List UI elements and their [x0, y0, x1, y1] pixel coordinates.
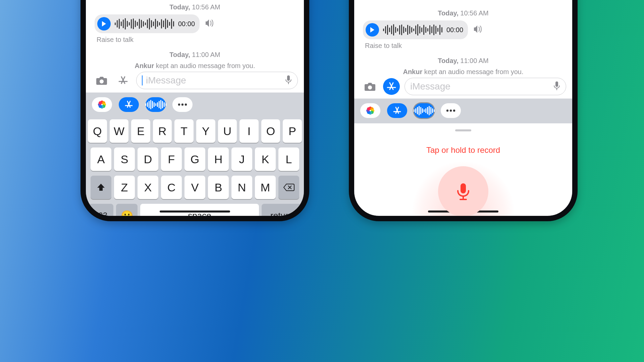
voice-duration: 00:00 [178, 20, 195, 28]
record-button[interactable] [438, 166, 488, 217]
key-n[interactable]: N [231, 176, 252, 199]
key-m[interactable]: M [255, 176, 276, 199]
key-t[interactable]: T [174, 119, 194, 143]
svg-rect-20 [555, 81, 558, 87]
timestamp-2: Today, 11:00 AM [86, 51, 304, 59]
timestamp-1: Today, 10:56 AM [354, 9, 572, 17]
svg-point-32 [453, 110, 455, 112]
svg-point-12 [181, 104, 183, 106]
svg-rect-1 [287, 75, 290, 81]
photos-app-chip[interactable] [92, 97, 112, 112]
key-l[interactable]: L [278, 147, 299, 171]
more-chip[interactable] [441, 103, 461, 118]
voice-message-bubble: 00:00 [363, 20, 468, 39]
svg-point-19 [368, 85, 372, 89]
timestamp-1: Today, 10:56 AM [86, 3, 304, 11]
key-r[interactable]: R [153, 119, 172, 143]
app-strip [354, 99, 572, 123]
svg-point-30 [446, 110, 448, 112]
svg-point-31 [450, 110, 452, 112]
svg-point-0 [100, 79, 104, 83]
waveform [383, 23, 442, 37]
play-button[interactable] [97, 17, 111, 31]
phone-right: Today, 10:56 AM 00:00 Raise to talk Toda… [349, 0, 578, 221]
key-e[interactable]: E [131, 119, 150, 143]
panel-grabber[interactable] [455, 129, 471, 131]
shift-key[interactable] [91, 176, 111, 199]
appstore-apps-button[interactable] [115, 72, 131, 89]
key-u[interactable]: U [218, 119, 237, 143]
svg-point-10 [99, 101, 102, 105]
raise-to-talk-label: Raise to talk [354, 42, 572, 50]
appstore-chip[interactable] [387, 103, 407, 118]
key-h[interactable]: H [208, 147, 229, 171]
raise-to-talk-label: Raise to talk [86, 36, 304, 44]
text-caret [142, 75, 143, 85]
dictation-icon[interactable] [553, 81, 560, 92]
key-x[interactable]: X [138, 176, 158, 199]
key-f[interactable]: F [161, 147, 182, 171]
camera-button[interactable] [93, 72, 110, 89]
key-s[interactable]: S [114, 147, 135, 171]
key-y[interactable]: Y [196, 119, 215, 143]
key-p[interactable]: P [283, 119, 302, 143]
camera-button[interactable] [362, 78, 378, 95]
messages-area: Today, 10:56 AM 00:00 Raise to talk Toda… [354, 0, 572, 76]
home-indicator[interactable] [160, 210, 230, 213]
audio-message-chip[interactable] [146, 97, 166, 112]
status-kept-audio: Ankur kept an audio message from you. [86, 62, 304, 70]
space-key[interactable]: space [140, 204, 259, 221]
dictation-icon[interactable] [285, 75, 292, 86]
messages-area: Today, 10:56 AM 00:00 Raise to talk Toda… [86, 0, 304, 70]
svg-point-29 [367, 107, 370, 111]
more-chip[interactable] [172, 97, 193, 112]
voice-duration: 00:00 [446, 26, 463, 34]
key-v[interactable]: V [184, 176, 205, 199]
photos-app-chip[interactable] [360, 103, 380, 118]
record-panel: Tap or hold to record [354, 123, 572, 221]
key-w[interactable]: W [110, 119, 129, 143]
keyboard: QWERTYUIOP ASDFGHJKL ZXCVBNM 123 😀 space… [86, 117, 304, 221]
key-d[interactable]: D [138, 147, 158, 171]
appstore-apps-button[interactable] [383, 78, 400, 95]
waveform [115, 17, 174, 31]
backspace-key[interactable] [278, 176, 299, 199]
svg-point-13 [185, 104, 187, 106]
app-strip [86, 93, 304, 117]
play-button[interactable] [366, 23, 379, 37]
key-b[interactable]: B [208, 176, 229, 199]
key-c[interactable]: C [161, 176, 182, 199]
speaker-icon[interactable] [204, 19, 215, 29]
return-key[interactable]: return [262, 204, 302, 221]
svg-point-11 [178, 104, 180, 106]
key-o[interactable]: O [261, 119, 280, 143]
message-placeholder: iMessage [146, 75, 186, 86]
key-z[interactable]: Z [114, 176, 135, 199]
status-kept-audio: Ankur kept an audio message from you. [354, 68, 572, 76]
key-q[interactable]: Q [88, 119, 107, 143]
speaker-icon[interactable] [473, 25, 483, 35]
message-input[interactable]: iMessage [405, 78, 566, 95]
timestamp-2: Today, 11:00 AM [354, 57, 572, 65]
key-g[interactable]: G [184, 147, 205, 171]
key-a[interactable]: A [91, 147, 111, 171]
numbers-key[interactable]: 123 [88, 204, 113, 221]
message-placeholder: iMessage [410, 81, 450, 92]
key-j[interactable]: J [231, 147, 252, 171]
svg-rect-33 [461, 183, 466, 193]
audio-message-chip[interactable] [414, 103, 434, 118]
record-hint: Tap or hold to record [426, 145, 500, 155]
voice-message-bubble: 00:00 [95, 14, 200, 33]
key-k[interactable]: K [255, 147, 276, 171]
message-input[interactable]: iMessage [136, 72, 298, 89]
appstore-chip[interactable] [119, 97, 139, 112]
emoji-key[interactable]: 😀 [116, 204, 138, 221]
key-i[interactable]: I [239, 119, 259, 143]
phone-left: Today, 10:56 AM 00:00 Raise to talk Toda… [80, 0, 309, 221]
